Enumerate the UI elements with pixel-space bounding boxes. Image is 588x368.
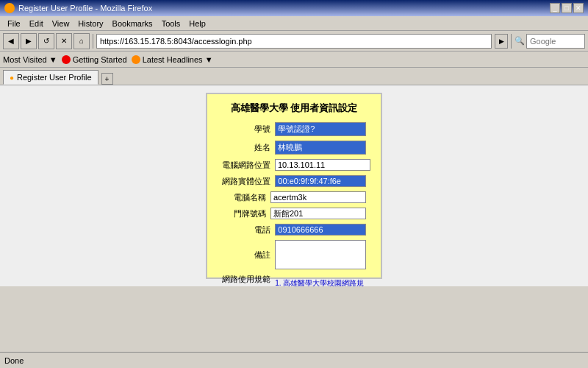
room-label: 門牌號碼 — [222, 208, 266, 219]
status-bar: Done — [0, 352, 588, 368]
getting-started-icon — [62, 55, 71, 64]
phone-label: 電話 — [222, 224, 270, 236]
menu-view[interactable]: View — [48, 18, 74, 29]
address-input[interactable] — [96, 34, 492, 49]
menu-file[interactable]: File — [3, 18, 25, 29]
home-button[interactable]: ⌂ — [74, 33, 90, 49]
computer-name-input[interactable] — [270, 191, 366, 203]
most-visited-bookmark[interactable]: Most Visited ▼ — [3, 55, 57, 64]
reload-button[interactable]: ↺ — [38, 33, 54, 49]
search-engine-icon: 🔍 — [514, 36, 525, 46]
latest-headlines-label: Latest Headlines ▼ — [143, 55, 213, 64]
mac-row: 網路實體位置 00:e0:9f:9f:47:f6e — [222, 175, 366, 187]
name-label: 姓名 — [222, 142, 270, 153]
computer-name-row: 電腦名稱 — [222, 191, 366, 203]
go-button[interactable]: ▶ — [495, 34, 508, 49]
toolbar-separator2 — [511, 34, 512, 49]
main-content: 高雄醫學大學 使用者資訊設定 學號 學號認證? 姓名 林曉鵬 電腦網路位置 網路… — [0, 85, 588, 286]
latest-headlines-icon — [132, 55, 140, 64]
name-value: 林曉鵬 — [275, 141, 366, 155]
bookmarks-bar: Most Visited ▼ Getting Started Latest He… — [0, 52, 588, 68]
menu-tools[interactable]: Tools — [157, 18, 185, 29]
mac-value: 00:e0:9f:9f:47:f6e — [275, 175, 366, 187]
student-id-label: 學號 — [222, 124, 270, 135]
student-id-row: 學號 學號認證? — [222, 122, 366, 136]
computer-name-label: 電腦名稱 — [222, 192, 266, 203]
getting-started-label: Getting Started — [73, 55, 127, 64]
notes-label: 備註 — [222, 250, 270, 261]
close-button[interactable]: ✕ — [573, 3, 584, 13]
phone-value: 0910666666 — [275, 224, 366, 236]
firefox-icon — [4, 3, 15, 13]
mac-label: 網路實體位置 — [222, 176, 270, 187]
getting-started-bookmark[interactable]: Getting Started — [62, 55, 127, 64]
tab-label: Register User Profile — [17, 73, 91, 82]
menu-edit[interactable]: Edit — [25, 18, 48, 29]
menu-bar: File Edit View History Bookmarks Tools H… — [0, 16, 588, 31]
window-title: Register User Profile - Mozilla Firefox — [18, 4, 152, 13]
maximize-button[interactable]: □ — [562, 3, 572, 13]
stop-button[interactable]: ✕ — [56, 33, 72, 49]
menu-help[interactable]: Help — [184, 18, 210, 29]
tab-register-user-profile[interactable]: ● Register User Profile — [3, 70, 98, 85]
status-text: Done — [4, 356, 584, 365]
name-row: 姓名 林曉鵬 — [222, 141, 366, 155]
rules-links: 1. 高雄醫學大學校園網路規範 2. 台灣學術網路管理規範 — [275, 278, 366, 286]
latest-headlines-bookmark[interactable]: Latest Headlines ▼ — [132, 55, 213, 64]
ip-row: 電腦網路位置 — [222, 159, 366, 171]
rules-row: 網路使用規範 1. 高雄醫學大學校園網路規範 2. 台灣學術網路管理規範 — [222, 274, 366, 286]
menu-history[interactable]: History — [74, 18, 107, 29]
phone-row: 電話 0910666666 — [222, 224, 366, 236]
toolbar: ◀ ▶ ↺ ✕ ⌂ ▶ 🔍 — [0, 31, 588, 52]
room-row: 門牌號碼 — [222, 208, 366, 219]
rule-1-link[interactable]: 1. 高雄醫學大學校園網路規範 — [275, 278, 366, 286]
menu-bookmarks[interactable]: Bookmarks — [108, 18, 157, 29]
search-box: 🔍 — [514, 34, 585, 49]
student-id-value: 學號認證? — [275, 122, 366, 136]
room-input[interactable] — [270, 208, 366, 219]
notes-textarea[interactable] — [275, 240, 366, 269]
back-button[interactable]: ◀ — [3, 33, 19, 49]
title-bar: Register User Profile - Mozilla Firefox … — [0, 0, 588, 16]
new-tab-button[interactable]: + — [101, 73, 113, 85]
toolbar-separator — [93, 34, 93, 49]
search-input[interactable] — [526, 34, 585, 49]
window-controls[interactable]: _ □ ✕ — [550, 3, 584, 13]
form-container: 高雄醫學大學 使用者資訊設定 學號 學號認證? 姓名 林曉鵬 電腦網路位置 網路… — [206, 93, 382, 279]
ip-input[interactable] — [275, 159, 370, 171]
tab-bar: ● Register User Profile + — [0, 68, 588, 85]
most-visited-label: Most Visited ▼ — [3, 55, 57, 64]
notes-row: 備註 — [222, 240, 366, 269]
tab-icon: ● — [10, 74, 14, 82]
ip-label: 電腦網路位置 — [222, 160, 270, 171]
address-bar: ▶ — [96, 34, 508, 49]
forward-button[interactable]: ▶ — [21, 33, 37, 49]
form-title: 高雄醫學大學 使用者資訊設定 — [222, 102, 366, 115]
minimize-button[interactable]: _ — [550, 3, 560, 13]
rules-label: 網路使用規範 — [222, 274, 270, 285]
